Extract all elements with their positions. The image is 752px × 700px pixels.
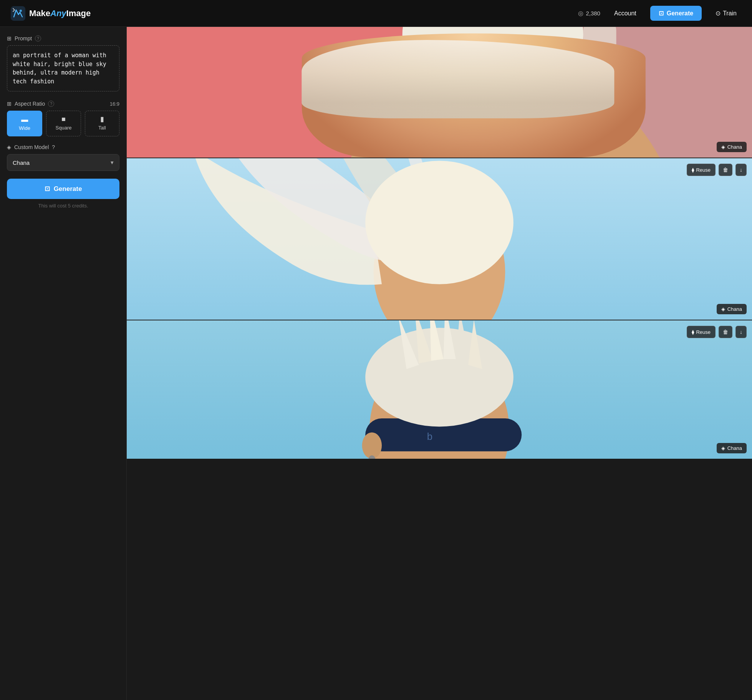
svg-rect-10 (583, 27, 616, 150)
aspect-ratio-icon: ⊞ (7, 101, 12, 107)
image-3-model-name: Chana (727, 445, 742, 451)
image-3-delete-button[interactable]: 🗑 (719, 326, 732, 338)
svg-point-1 (20, 10, 22, 12)
wide-label: Wide (19, 125, 30, 131)
image-3-download-button[interactable]: ↓ (735, 326, 747, 338)
train-icon: ⊙ (716, 10, 721, 17)
image-3-actions: ⧫ Reuse 🗑 ↓ (687, 326, 747, 338)
aspect-ratio-label-group: ⊞ Aspect Ratio ? (7, 101, 54, 107)
model-select-dropdown[interactable]: Chana ▾ (7, 154, 119, 171)
reuse-icon-2: ⧫ (692, 167, 694, 173)
image-card-2: ⧫ Reuse 🗑 ↓ ◈ Chana (127, 158, 752, 320)
svg-rect-14 (450, 63, 460, 88)
model-help-icon[interactable]: ? (52, 144, 55, 150)
generated-image-1 (127, 27, 752, 158)
trash-icon-3: 🗑 (723, 329, 728, 335)
account-button[interactable]: Account (610, 8, 641, 19)
image-2-actions: ⧫ Reuse 🗑 ↓ (687, 164, 747, 176)
tall-label: Tall (98, 125, 106, 131)
image-3-reuse-button[interactable]: ⧫ Reuse (687, 326, 716, 338)
logo-icon (11, 6, 25, 21)
image-2-reuse-label: Reuse (696, 167, 711, 173)
image-card-1: ◈ Chana (127, 27, 752, 158)
svg-point-8 (403, 27, 583, 109)
svg-point-20 (365, 161, 513, 284)
image-2-model-tag: ◈ Chana (717, 304, 747, 314)
square-label: Square (56, 125, 72, 131)
image-3-reuse-label: Reuse (696, 329, 711, 335)
aspect-option-tall[interactable]: ▮ Tall (85, 111, 119, 136)
sidebar: ⊞ Prompt ? an portrait of a woman with w… (0, 27, 127, 700)
content-area: ◈ Chana (127, 27, 752, 700)
aspect-option-square[interactable]: ■ Square (46, 111, 81, 136)
model-label: Custom Model (14, 144, 49, 150)
image-scene-1 (127, 27, 752, 158)
prompt-section-header: ⊞ Prompt ? (7, 35, 119, 41)
generated-image-2 (127, 158, 752, 320)
custom-model-section: ◈ Custom Model ? Chana ▾ (7, 144, 119, 171)
svg-point-12 (435, 65, 468, 111)
app-name: MakeAnyImage (29, 8, 91, 18)
generated-image-3: b (127, 320, 752, 459)
credits-icon: ◎ (578, 10, 583, 17)
aspect-ratio-header: ⊞ Aspect Ratio ? 16:9 (7, 101, 119, 107)
image-1-model-name: Chana (727, 144, 742, 150)
train-button[interactable]: ⊙ Train (711, 7, 741, 19)
trash-icon-2: 🗑 (723, 167, 728, 173)
reuse-icon-3: ⧫ (692, 329, 694, 335)
svg-point-5 (324, 59, 686, 158)
square-icon: ■ (61, 116, 66, 123)
sidebar-generate-icon: ⊡ (45, 185, 50, 193)
svg-point-7 (419, 27, 567, 158)
prompt-help-icon[interactable]: ? (35, 35, 41, 41)
header-generate-button[interactable]: ⊡ Generate (650, 6, 702, 21)
main-layout: ⊞ Prompt ? an portrait of a woman with w… (0, 27, 752, 700)
model-tag-icon-1: ◈ (721, 144, 725, 150)
model-tag-icon-3: ◈ (721, 445, 725, 451)
prompt-icon: ⊞ (7, 35, 12, 41)
image-2-download-button[interactable]: ↓ (735, 164, 747, 176)
logo-area: MakeAnyImage (11, 6, 570, 21)
prompt-input[interactable]: an portrait of a woman with white hair, … (7, 45, 119, 91)
prompt-label: Prompt (15, 35, 32, 41)
chevron-down-icon: ▾ (111, 159, 114, 166)
model-label-group: ◈ Custom Model ? (7, 144, 119, 150)
credits-value: 2,380 (586, 10, 600, 17)
cost-hint: This will cost 5 credits. (7, 203, 119, 209)
aspect-option-wide[interactable]: ▬ Wide (7, 111, 42, 136)
aspect-ratio-help-icon[interactable]: ? (48, 101, 54, 107)
image-2-delete-button[interactable]: 🗑 (719, 164, 732, 176)
svg-point-11 (467, 105, 503, 121)
model-icon: ◈ (7, 144, 11, 150)
image-2-reuse-button[interactable]: ⧫ Reuse (687, 164, 716, 176)
aspect-ratio-current-value: 16:9 (110, 101, 119, 107)
header-right: ◎ 2,380 Account ⊡ Generate ⊙ Train (578, 6, 741, 21)
model-selected-value: Chana (13, 159, 30, 166)
header-generate-icon: ⊡ (659, 10, 664, 17)
model-tag-icon-2: ◈ (721, 306, 725, 312)
image-grid: ◈ Chana (127, 27, 752, 459)
download-icon-2: ↓ (740, 167, 742, 173)
svg-text:b: b (427, 431, 432, 442)
svg-rect-15 (462, 65, 472, 88)
image-3-model-tag: ◈ Chana (717, 443, 747, 453)
svg-rect-3 (127, 27, 439, 158)
svg-point-35 (362, 432, 382, 459)
svg-rect-9 (406, 35, 447, 158)
aspect-ratio-label: Aspect Ratio (15, 101, 45, 107)
sidebar-generate-button[interactable]: ⊡ Generate (7, 179, 119, 199)
image-1-model-tag: ◈ Chana (717, 142, 747, 152)
svg-rect-6 (456, 117, 522, 158)
svg-rect-13 (438, 68, 448, 92)
credits-badge: ◎ 2,380 (578, 10, 600, 17)
tall-icon: ▮ (100, 116, 104, 123)
svg-rect-4 (439, 27, 752, 158)
image-card-3: b (127, 320, 752, 459)
download-icon-3: ↓ (740, 329, 742, 335)
image-2-model-name: Chana (727, 306, 742, 312)
app-header: MakeAnyImage ◎ 2,380 Account ⊡ Generate … (0, 0, 752, 27)
aspect-ratio-options: ▬ Wide ■ Square ▮ Tall (7, 111, 119, 136)
wide-icon: ▬ (21, 116, 28, 123)
